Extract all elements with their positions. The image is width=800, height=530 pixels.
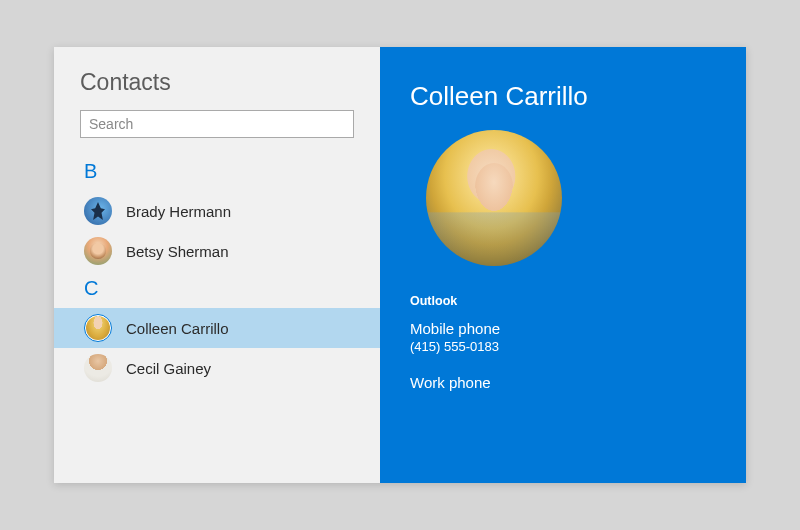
contact-item-cecil[interactable]: Cecil Gainey <box>54 348 380 388</box>
contact-item-brady[interactable]: Brady Hermann <box>54 191 380 231</box>
detail-avatar <box>426 130 562 266</box>
search-box <box>80 110 354 138</box>
search-input[interactable] <box>80 110 354 138</box>
work-phone-label: Work phone <box>410 374 716 391</box>
avatar-icon <box>84 314 112 342</box>
contact-item-betsy[interactable]: Betsy Sherman <box>54 231 380 271</box>
group-header-c[interactable]: C <box>54 271 380 308</box>
mobile-phone-label: Mobile phone <box>410 320 716 337</box>
contact-name: Colleen Carrillo <box>126 320 229 337</box>
avatar-icon <box>84 354 112 382</box>
avatar-icon <box>84 197 112 225</box>
avatar-icon <box>84 237 112 265</box>
detail-contact-name: Colleen Carrillo <box>410 81 716 112</box>
group-header-b[interactable]: B <box>54 154 380 191</box>
contact-detail-pane: Colleen Carrillo Outlook Mobile phone (4… <box>380 47 746 483</box>
contact-name: Brady Hermann <box>126 203 231 220</box>
contacts-window: Contacts B Brady Hermann Betsy Sherman C… <box>54 47 746 483</box>
contact-name: Betsy Sherman <box>126 243 229 260</box>
contact-item-colleen[interactable]: Colleen Carrillo <box>54 308 380 348</box>
sidebar-title: Contacts <box>54 69 380 110</box>
contact-name: Cecil Gainey <box>126 360 211 377</box>
detail-section-label: Outlook <box>410 294 716 308</box>
mobile-phone-value[interactable]: (415) 555-0183 <box>410 339 716 354</box>
contacts-sidebar: Contacts B Brady Hermann Betsy Sherman C… <box>54 47 380 483</box>
